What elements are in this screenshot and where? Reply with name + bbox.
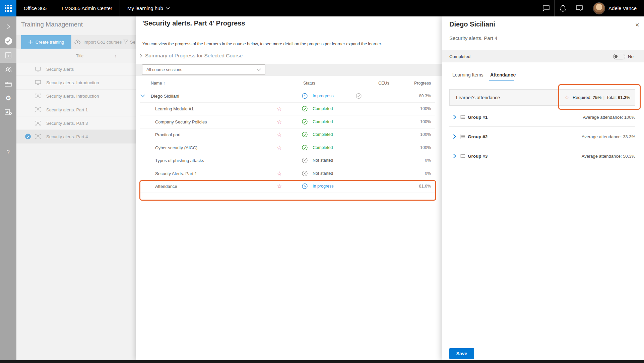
create-training-button[interactable]: Create training (21, 35, 71, 49)
training-list-item[interactable]: Security alerts (16, 62, 136, 76)
chat-button[interactable] (538, 0, 554, 16)
help-button[interactable]: ? (0, 147, 16, 158)
learning-item-row: Types of phishing attacks ☆ Not started … (140, 154, 435, 167)
tab-attendance[interactable]: Attendance (490, 72, 516, 77)
rail-item-settings[interactable]: ⚙ (0, 91, 16, 105)
chat-icon (542, 5, 550, 12)
progress-table-header: Name ↑ Status CEUs Progress (140, 78, 435, 89)
learning-item-row: Security Alerts. Part 1 ☆ Not started 0% (140, 167, 435, 180)
chevron-down-icon[interactable] (140, 94, 145, 98)
item-progress: 100% (420, 106, 431, 111)
avatar[interactable] (593, 2, 605, 14)
elearning-monitor-icon (35, 66, 41, 71)
required-star-icon: ☆ (277, 119, 282, 124)
training-list-item[interactable]: Security alerts. Introduction (16, 76, 136, 89)
help-icon: ? (7, 149, 10, 155)
completed-band: Completed No (442, 50, 644, 62)
notifications-button[interactable] (555, 0, 571, 16)
close-icon[interactable]: × (635, 21, 639, 28)
instructor-led-icon (35, 107, 41, 112)
panel-title: Training Management (21, 21, 83, 28)
group-average-attendance: Average attendance: 33.3% (582, 134, 635, 139)
chevron-down-icon (257, 68, 261, 71)
separator: | (603, 95, 605, 100)
chevron-right-icon[interactable] (453, 134, 456, 139)
page-title: 'Security alerts. Part 4' Progress (142, 19, 245, 27)
translate-icon: A (5, 109, 12, 115)
dropdown-value: All course sessions (146, 67, 182, 72)
rail-item-language[interactable]: A (0, 105, 16, 119)
chevron-right-icon[interactable] (453, 154, 456, 159)
lms365-logo-icon (4, 37, 12, 45)
selected-check-icon (25, 134, 31, 140)
title-column-header[interactable]: Title ↑ (16, 50, 136, 62)
completed-check-icon (302, 145, 308, 150)
group-average-attendance: Average attendance: 50.3% (582, 154, 635, 159)
title-column-label: Title (76, 54, 83, 58)
group-row[interactable]: Group #2 Average attendance: 33.3% (449, 127, 635, 146)
learner-name: Diego Siciliani (151, 93, 179, 98)
instructor-led-icon (35, 134, 41, 139)
save-button[interactable]: Save (449, 348, 474, 359)
training-title: Security alerts. Part 4 (46, 134, 88, 139)
expand-rail-button[interactable] (0, 20, 16, 34)
completed-toggle[interactable] (613, 54, 625, 59)
svg-text:A: A (6, 110, 8, 114)
training-list-item[interactable]: Security alerts. Introduction (16, 90, 136, 103)
group-name: Group #3 (468, 154, 488, 159)
required-star-icon: ☆ (277, 184, 282, 189)
training-title: Security alerts. Introduction (46, 80, 99, 85)
rail-item-course-catalog[interactable] (0, 77, 16, 91)
hub-menu-label: My learning hub (127, 5, 163, 11)
filter-button[interactable]: Se (123, 35, 136, 49)
brand-office365[interactable]: Office 365 (16, 0, 54, 16)
completed-check-icon (302, 119, 308, 124)
rail-item-learners[interactable] (0, 63, 16, 77)
item-progress: 0% (425, 171, 431, 176)
bottom-bar (0, 360, 644, 363)
completed-label: Completed (449, 54, 470, 59)
instructor-led-icon (35, 94, 41, 99)
hub-menu-button[interactable]: My learning hub (120, 0, 177, 16)
learner-attendance-bar: Learner's attendance ☆ Required: 75% | T… (449, 89, 635, 106)
gear-icon: ⚙ (5, 95, 11, 101)
group-list: Group #1 Average attendance: 100% Group … (449, 107, 635, 166)
required-total-text: Required: 75% | Total: 61.2% (573, 95, 630, 100)
group-row[interactable]: Group #3 Average attendance: 50.3% (449, 146, 635, 166)
training-management-panel: Training Management Create training Impo… (16, 16, 136, 360)
learner-row[interactable]: Diego Siciliani In progress 80.3% (140, 90, 435, 103)
sort-arrow-icon: ↑ (163, 81, 165, 86)
brand-lms365-admin-center[interactable]: LMS365 Admin Center (54, 0, 120, 16)
required-star-icon: ☆ (277, 106, 282, 112)
group-name: Group #2 (468, 134, 488, 139)
summary-toggle-label: Summary of Progress for Selected Course (145, 53, 243, 59)
column-name[interactable]: Name ↑ (151, 81, 165, 86)
user-name[interactable]: Adele Vance (608, 5, 644, 11)
chevron-right-icon[interactable] (453, 114, 456, 119)
course-progress-panel: 'Security alerts. Part 4' Progress You c… (136, 16, 442, 360)
required-star-icon: ☆ (277, 132, 282, 138)
group-average-attendance: Average attendance: 100% (583, 114, 635, 119)
learning-item-row: Cyber security (AICC) ☆ Completed 100% (140, 141, 435, 154)
item-name: Types of phishing attacks (155, 158, 204, 163)
group-row[interactable]: Group #1 Average attendance: 100% (449, 107, 635, 127)
summary-toggle[interactable]: Summary of Progress for Selected Course (139, 53, 243, 59)
import-go1-button[interactable]: Import Go1 courses (74, 35, 122, 49)
tab-learning-items[interactable]: Learning Items (452, 72, 484, 77)
rail-item-training-management[interactable] (0, 48, 16, 63)
feedback-button[interactable] (571, 0, 588, 16)
item-progress: 81.6% (419, 184, 431, 189)
not-started-x-icon (302, 158, 308, 163)
app-launcher-button[interactable] (0, 0, 16, 16)
training-list-item[interactable]: Security alerts. Part 3 (16, 116, 136, 130)
group-name: Group #1 (468, 114, 488, 119)
training-title: Security alerts. Part 3 (46, 120, 88, 125)
training-list-item[interactable]: Security alerts. Part 4 (16, 130, 136, 143)
training-list-item[interactable]: Security alerts. Part 1 (16, 103, 136, 116)
column-status: Status (303, 81, 315, 86)
course-sessions-dropdown[interactable]: All course sessions (142, 64, 265, 75)
item-status: Not started (313, 171, 333, 176)
news-icon (5, 52, 12, 59)
cloud-download-icon (74, 40, 81, 44)
lms365-logo-button[interactable] (0, 34, 16, 48)
